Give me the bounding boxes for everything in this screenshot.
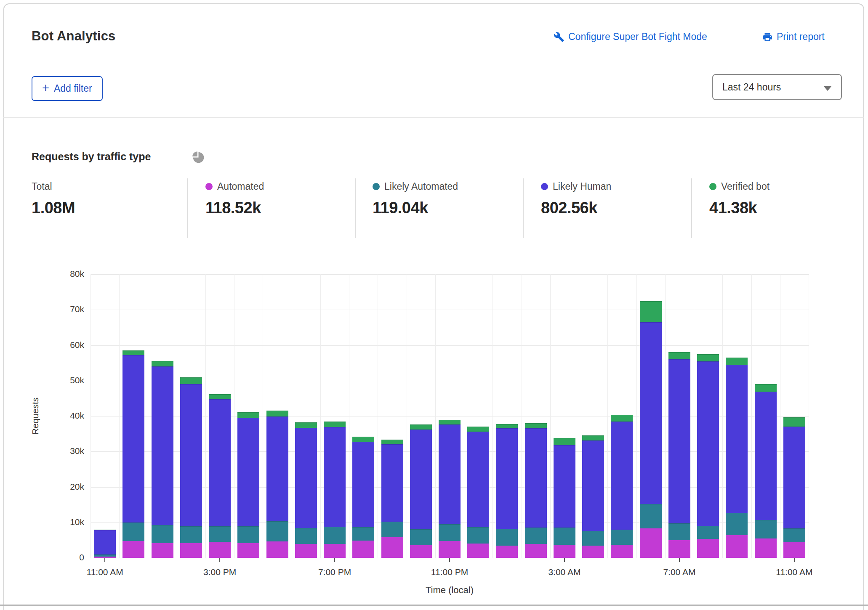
bar-segment-verified-bot[interactable] (381, 440, 403, 445)
bar-segment-likely-automated[interactable] (726, 513, 748, 535)
bar-segment-automated[interactable] (697, 539, 719, 558)
bar-segment-likely-automated[interactable] (668, 523, 690, 540)
bar-segment-automated[interactable] (295, 544, 317, 558)
bar-segment-likely-automated[interactable] (324, 527, 346, 544)
bar-segment-likely-human[interactable] (352, 442, 374, 527)
bar-segment-likely-human[interactable] (209, 399, 231, 526)
add-filter-button[interactable]: + Add filter (32, 76, 103, 101)
bar-segment-likely-human[interactable] (582, 440, 604, 531)
bar-segment-likely-human[interactable] (755, 392, 777, 520)
bar-segment-likely-automated[interactable] (237, 526, 259, 543)
bar-segment-verified-bot[interactable] (467, 427, 489, 432)
bar-segment-likely-human[interactable] (180, 384, 202, 526)
bar-segment-automated[interactable] (152, 543, 173, 558)
bar-segment-verified-bot[interactable] (94, 530, 116, 530)
bar-segment-likely-human[interactable] (640, 322, 662, 504)
bar-segment-likely-automated[interactable] (467, 527, 489, 544)
bar-segment-automated[interactable] (611, 545, 633, 558)
bar-segment-likely-human[interactable] (611, 422, 633, 529)
bar-segment-verified-bot[interactable] (352, 437, 374, 442)
bar-segment-likely-human[interactable] (410, 430, 432, 529)
bar-segment-likely-human[interactable] (381, 444, 403, 522)
bar-segment-likely-human[interactable] (324, 427, 346, 527)
bar-segment-verified-bot[interactable] (496, 424, 518, 429)
bar-segment-likely-human[interactable] (525, 428, 547, 528)
bar-segment-likely-human[interactable] (496, 428, 518, 528)
bar-segment-automated[interactable] (668, 540, 690, 558)
bar-segment-verified-bot[interactable] (439, 420, 461, 424)
bar-segment-verified-bot[interactable] (726, 358, 748, 365)
bar-segment-verified-bot[interactable] (122, 350, 144, 355)
bar-segment-likely-human[interactable] (237, 418, 259, 526)
bar-segment-likely-human[interactable] (783, 427, 805, 528)
bar-segment-automated[interactable] (467, 544, 489, 558)
bar-segment-likely-automated[interactable] (209, 526, 231, 542)
bar-segment-likely-human[interactable] (439, 424, 461, 524)
bar-segment-likely-human[interactable] (94, 530, 116, 554)
bar-segment-automated[interactable] (582, 546, 604, 558)
bar-segment-likely-human[interactable] (668, 359, 690, 523)
bar-segment-automated[interactable] (496, 546, 518, 558)
bar-segment-likely-automated[interactable] (640, 504, 662, 528)
bar-segment-likely-human[interactable] (266, 416, 288, 521)
bar-segment-verified-bot[interactable] (410, 424, 432, 430)
bar-segment-likely-automated[interactable] (496, 529, 518, 546)
configure-super-bot-fight-mode-link[interactable]: Configure Super Bot Fight Mode (554, 31, 707, 42)
bar-segment-likely-automated[interactable] (94, 554, 116, 557)
bar-segment-verified-bot[interactable] (554, 438, 575, 445)
bar-segment-likely-automated[interactable] (180, 526, 202, 543)
bar-segment-likely-human[interactable] (295, 428, 317, 528)
bar-segment-automated[interactable] (726, 535, 748, 558)
bar-segment-likely-automated[interactable] (152, 525, 173, 543)
bar-segment-likely-automated[interactable] (611, 530, 633, 545)
bar-segment-likely-automated[interactable] (439, 524, 461, 541)
bar-segment-automated[interactable] (755, 538, 777, 558)
bar-segment-likely-automated[interactable] (295, 528, 317, 544)
time-range-select[interactable]: Last 24 hours (712, 74, 842, 100)
bar-segment-automated[interactable] (640, 528, 662, 558)
bar-segment-likely-automated[interactable] (122, 522, 144, 541)
bar-segment-verified-bot[interactable] (525, 423, 547, 429)
bar-segment-automated[interactable] (180, 543, 202, 558)
bar-segment-verified-bot[interactable] (755, 384, 777, 392)
bar-segment-verified-bot[interactable] (180, 377, 202, 384)
bar-segment-automated[interactable] (237, 543, 259, 558)
bar-segment-likely-automated[interactable] (755, 520, 777, 538)
bar-segment-likely-automated[interactable] (266, 521, 288, 541)
bar-segment-verified-bot[interactable] (295, 422, 317, 428)
bar-segment-automated[interactable] (122, 541, 144, 558)
bar-segment-likely-human[interactable] (122, 355, 144, 522)
bar-segment-verified-bot[interactable] (582, 435, 604, 440)
bar-segment-likely-automated[interactable] (697, 526, 719, 539)
bar-segment-verified-bot[interactable] (209, 394, 231, 400)
bar-segment-likely-human[interactable] (697, 361, 719, 526)
bar-segment-automated[interactable] (381, 537, 403, 558)
bar-segment-likely-human[interactable] (554, 445, 575, 527)
bar-segment-automated[interactable] (554, 545, 575, 558)
bar-segment-verified-bot[interactable] (668, 352, 690, 359)
bar-segment-verified-bot[interactable] (237, 412, 259, 418)
bar-segment-automated[interactable] (410, 545, 432, 558)
bar-segment-likely-automated[interactable] (381, 522, 403, 537)
bar-segment-likely-automated[interactable] (582, 531, 604, 546)
bar-segment-likely-human[interactable] (152, 366, 173, 525)
bar-segment-verified-bot[interactable] (266, 411, 288, 416)
bar-segment-automated[interactable] (352, 541, 374, 558)
bar-segment-automated[interactable] (525, 544, 547, 558)
bar-segment-verified-bot[interactable] (783, 417, 805, 427)
bar-segment-automated[interactable] (266, 541, 288, 558)
bar-segment-automated[interactable] (783, 542, 805, 558)
bar-segment-likely-automated[interactable] (352, 527, 374, 541)
bar-segment-likely-automated[interactable] (783, 528, 805, 542)
bar-segment-automated[interactable] (324, 544, 346, 558)
bar-segment-likely-automated[interactable] (525, 528, 547, 544)
bar-segment-likely-automated[interactable] (554, 528, 575, 545)
bar-segment-verified-bot[interactable] (611, 415, 633, 422)
bar-segment-verified-bot[interactable] (640, 301, 662, 322)
bar-segment-automated[interactable] (439, 541, 461, 558)
bar-segment-likely-automated[interactable] (410, 529, 432, 545)
bar-segment-likely-human[interactable] (726, 365, 748, 513)
bar-segment-verified-bot[interactable] (152, 361, 173, 366)
bar-segment-verified-bot[interactable] (324, 422, 346, 427)
bar-segment-likely-human[interactable] (467, 432, 489, 527)
